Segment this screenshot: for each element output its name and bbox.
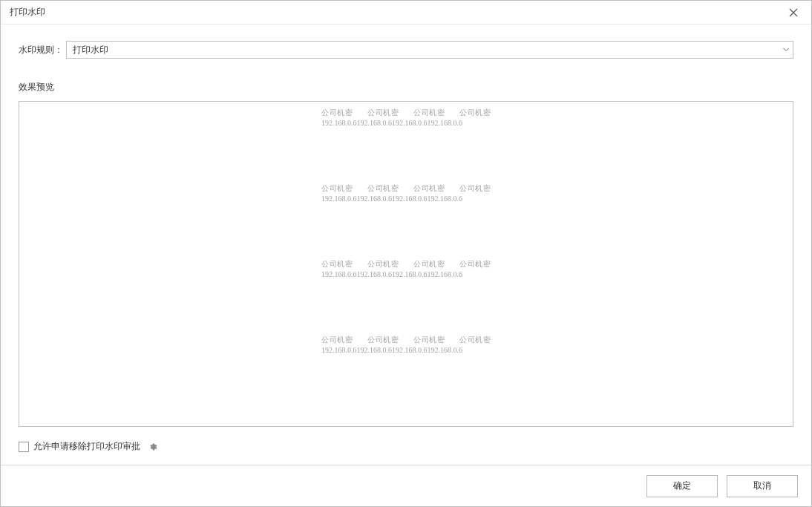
watermark-text: 公司机密 — [413, 108, 445, 118]
watermark-text: 公司机密 — [413, 335, 445, 345]
watermark-ip: 192.168.0.6 — [321, 270, 357, 278]
watermark-rule-row: 水印规则： — [19, 41, 793, 59]
watermark-text: 公司机密 — [367, 108, 399, 118]
watermark-text-row: 公司机密 公司机密 公司机密 公司机密 — [321, 335, 491, 345]
watermark-text: 公司机密 — [367, 335, 399, 345]
watermark-block: 公司机密 公司机密 公司机密 公司机密 192.168.0.6192.168.0… — [321, 108, 491, 127]
watermark-text: 公司机密 — [459, 335, 491, 345]
titlebar: 打印水印 — [1, 1, 811, 24]
approval-settings-button[interactable] — [148, 441, 160, 453]
cancel-button[interactable]: 取消 — [727, 475, 798, 497]
watermark-text: 公司机密 — [321, 108, 353, 118]
dialog-content: 水印规则： 效果预览 公司机密 公司机密 公司机密 公司机密 — [1, 24, 811, 465]
preview-label: 效果预览 — [19, 81, 793, 94]
watermark-ip: 192.168.0.6 — [392, 346, 428, 354]
approval-checkbox-label: 允许申请移除打印水印审批 — [33, 440, 140, 453]
watermark-text-row: 公司机密 公司机密 公司机密 公司机密 — [321, 183, 491, 194]
watermark-ip: 192.168.0.6 — [428, 270, 463, 278]
watermark-ip: 192.168.0.6 — [321, 119, 357, 127]
watermark-ip: 192.168.0.6 — [428, 119, 463, 127]
close-icon — [789, 8, 798, 17]
watermark-ip: 192.168.0.6 — [357, 119, 393, 127]
watermark-block: 公司机密 公司机密 公司机密 公司机密 192.168.0.6192.168.0… — [321, 183, 491, 203]
gear-icon — [148, 442, 159, 452]
dialog-footer: 确定 取消 — [1, 465, 811, 506]
watermark-ip: 192.168.0.6 — [392, 270, 428, 278]
watermark-text-row: 公司机密 公司机密 公司机密 公司机密 — [321, 108, 491, 118]
watermark-rule-label: 水印规则： — [19, 44, 66, 56]
watermark-text: 公司机密 — [459, 183, 491, 194]
watermark-text: 公司机密 — [367, 259, 399, 269]
watermark-text: 公司机密 — [459, 108, 491, 118]
watermark-ip: 192.168.0.6 — [357, 346, 393, 354]
watermark-ip-row: 192.168.0.6192.168.0.6192.168.0.6192.168… — [321, 270, 491, 278]
watermark-text: 公司机密 — [321, 259, 353, 269]
watermark-text-row: 公司机密 公司机密 公司机密 公司机密 — [321, 259, 491, 269]
watermark-rule-select-wrapper — [66, 41, 793, 59]
print-watermark-dialog: 打印水印 水印规则： 效果预览 公司机密 公司机密 公司机密 — [0, 0, 812, 507]
watermark-ip: 192.168.0.6 — [357, 194, 393, 203]
watermark-text: 公司机密 — [459, 259, 491, 269]
watermark-ip-row: 192.168.0.6192.168.0.6192.168.0.6192.168… — [321, 346, 491, 354]
watermark-block: 公司机密 公司机密 公司机密 公司机密 192.168.0.6192.168.0… — [321, 259, 491, 278]
watermark-ip: 192.168.0.6 — [428, 346, 463, 354]
watermark-ip: 192.168.0.6 — [321, 194, 357, 203]
watermark-grid: 公司机密 公司机密 公司机密 公司机密 192.168.0.6192.168.0… — [321, 108, 491, 410]
approval-checkbox-row: 允许申请移除打印水印审批 — [19, 440, 793, 453]
close-button[interactable] — [785, 4, 802, 22]
watermark-text: 公司机密 — [413, 259, 445, 269]
ok-button[interactable]: 确定 — [646, 475, 718, 497]
watermark-ip: 192.168.0.6 — [392, 119, 428, 127]
watermark-text: 公司机密 — [413, 183, 445, 194]
watermark-rule-select[interactable] — [66, 41, 793, 59]
watermark-ip: 192.168.0.6 — [321, 346, 357, 354]
watermark-block: 公司机密 公司机密 公司机密 公司机密 192.168.0.6192.168.0… — [321, 335, 491, 354]
watermark-ip-row: 192.168.0.6192.168.0.6192.168.0.6192.168… — [321, 119, 491, 127]
watermark-ip: 192.168.0.6 — [392, 194, 428, 203]
watermark-ip-row: 192.168.0.6192.168.0.6192.168.0.6192.168… — [321, 194, 491, 203]
approval-checkbox[interactable] — [19, 442, 29, 452]
watermark-ip: 192.168.0.6 — [357, 270, 393, 278]
dialog-title: 打印水印 — [10, 6, 45, 19]
watermark-text: 公司机密 — [321, 335, 353, 345]
watermark-text: 公司机密 — [367, 183, 399, 194]
watermark-ip: 192.168.0.6 — [428, 194, 463, 203]
watermark-text: 公司机密 — [321, 183, 353, 194]
preview-area: 公司机密 公司机密 公司机密 公司机密 192.168.0.6192.168.0… — [19, 101, 793, 427]
